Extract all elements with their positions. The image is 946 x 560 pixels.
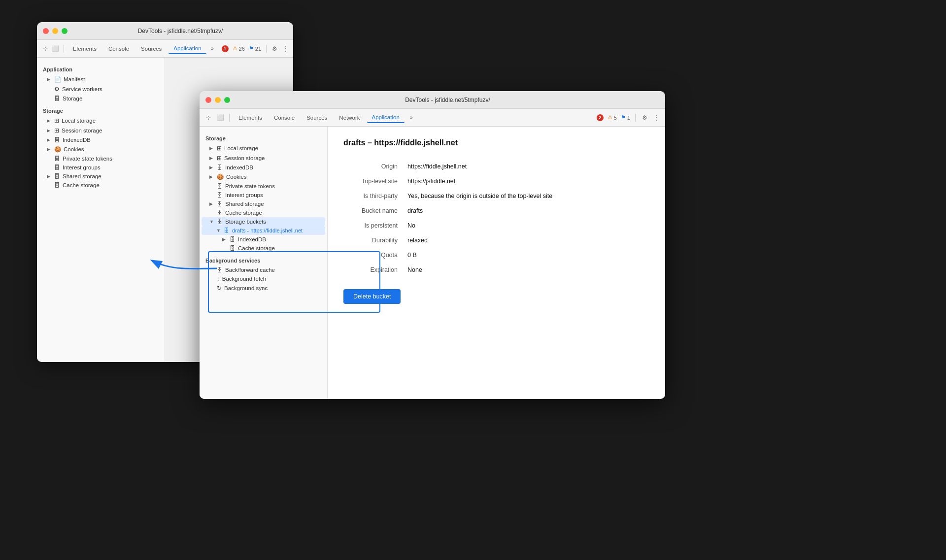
sw-label-back: Service workers — [62, 86, 102, 92]
maximize-button-back[interactable] — [62, 28, 68, 34]
sidebar-item-storage-buckets-front[interactable]: ▼ 🗄 Storage buckets — [202, 217, 325, 226]
cookie-icon-back: 🍪 — [54, 146, 61, 153]
sidebar-item-service-workers-back[interactable]: ▶ ⚙ Service workers — [39, 84, 163, 94]
sidebar-item-indexeddb-back[interactable]: ▶ 🗄 IndexedDB — [39, 135, 163, 144]
arrows-icon-front: ↕ — [217, 276, 220, 282]
db-icon-idb-back: 🗄 — [54, 137, 60, 143]
sidebar-item-shared-storage-front[interactable]: ▶ 🗄 Shared storage — [202, 199, 325, 208]
cache-storage-bucket-label-front: Cache storage — [238, 245, 275, 251]
info-value: https://fiddle.jshell.net — [407, 159, 649, 174]
private-state-label-back: Private state tokens — [63, 156, 112, 162]
sidebar-item-bgsync-front[interactable]: ▶ ↻ Background sync — [202, 283, 325, 293]
db-icon-pst-front: 🗄 — [217, 183, 223, 189]
storage-label-back: Storage — [63, 96, 82, 101]
minimize-button-back[interactable] — [52, 28, 58, 34]
devtools-window-front[interactable]: DevTools - jsfiddle.net/5tmpfuzv/ ⊹ ⬜ El… — [200, 91, 665, 399]
more-tabs-icon-back[interactable]: » — [208, 44, 217, 54]
tab-application-back[interactable]: Application — [169, 43, 206, 54]
settings-icon-front[interactable]: ⚙ — [640, 113, 649, 123]
tab-elements-front[interactable]: Elements — [234, 113, 267, 123]
device-icon-front[interactable]: ⬜ — [215, 113, 225, 123]
inspect-icon-front[interactable]: ⊹ — [203, 113, 213, 123]
toolbar-sep-2-front — [635, 114, 636, 122]
toolbar-separator-1 — [64, 45, 64, 53]
more-tabs-icon-front[interactable]: » — [406, 113, 416, 123]
tab-network-front[interactable]: Network — [334, 113, 365, 123]
sidebar-item-interest-groups-back[interactable]: ▶ 🗄 Interest groups — [39, 163, 163, 172]
grid-icon-session-back: ⊞ — [54, 127, 59, 134]
info-value: relaxed — [407, 233, 649, 248]
info-label: Is persistent — [343, 218, 407, 233]
inspect-icon[interactable]: ⊹ — [41, 44, 49, 54]
local-storage-label-back: Local storage — [62, 118, 96, 124]
info-value: drafts — [407, 203, 649, 218]
db-icon-bfc-front: 🗄 — [217, 267, 223, 273]
arrow-manifest-back: ▶ — [47, 77, 52, 82]
info-row: Is persistentNo — [343, 218, 649, 233]
device-icon[interactable]: ⬜ — [51, 44, 60, 54]
db-icon-drafts-front: 🗄 — [224, 228, 230, 233]
sidebar-item-indexeddb-bucket-front[interactable]: ▶ 🗄 IndexedDB — [202, 235, 325, 244]
sidebar-item-cookies-front[interactable]: ▶ 🍪 Cookies — [202, 172, 325, 182]
db-icon-ss-back: 🗄 — [54, 173, 60, 179]
sidebar-item-local-storage-back[interactable]: ▶ ⊞ Local storage — [39, 116, 163, 126]
bfc-label-front: Back/forward cache — [225, 267, 275, 273]
sidebar-item-cache-storage-bucket-front[interactable]: ▶ 🗄 Cache storage — [202, 244, 325, 253]
info-value: Yes, because the origin is outside of th… — [407, 189, 649, 203]
info-label: Bucket name — [343, 203, 407, 218]
panel-title-front: drafts – https://fiddle.jshell.net — [343, 138, 649, 147]
tab-sources-front[interactable]: Sources — [302, 113, 332, 123]
tab-application-front[interactable]: Application — [367, 112, 405, 123]
grid-icon-local-back: ⊞ — [54, 117, 59, 124]
info-label: Origin — [343, 159, 407, 174]
sidebar-item-shared-storage-back[interactable]: ▶ 🗄 Shared storage — [39, 172, 163, 181]
sidebar-item-cache-storage-back[interactable]: ▶ 🗄 Cache storage — [39, 181, 163, 190]
maximize-button-front[interactable] — [224, 97, 230, 103]
info-row: Bucket namedrafts — [343, 203, 649, 218]
sidebar-item-local-storage-front[interactable]: ▶ ⊞ Local storage — [202, 143, 325, 153]
sidebar-item-bfc-front[interactable]: ▶ 🗄 Back/forward cache — [202, 265, 325, 274]
sidebar-item-private-state-front[interactable]: ▶ 🗄 Private state tokens — [202, 182, 325, 191]
sidebar-item-cookies-back[interactable]: ▶ 🍪 Cookies — [39, 144, 163, 154]
sidebar-item-storage-back[interactable]: ▶ 🗄 Storage — [39, 94, 163, 103]
info-row: Top-level sitehttps://jsfiddle.net — [343, 174, 649, 189]
kebab-icon-front[interactable]: ⋮ — [651, 113, 661, 123]
info-count-front: 1 — [627, 115, 630, 121]
minimize-button-front[interactable] — [215, 97, 221, 103]
traffic-lights-front — [205, 97, 230, 103]
info-value: None — [407, 263, 649, 277]
db-icon-ig-front: 🗄 — [217, 192, 223, 198]
close-button-back[interactable] — [43, 28, 49, 34]
arrow-ss-front: ▶ — [209, 201, 214, 206]
info-icon-front: ⚑ — [621, 114, 626, 121]
sidebar-item-indexeddb-front[interactable]: ▶ 🗄 IndexedDB — [202, 163, 325, 172]
info-label: Durability — [343, 233, 407, 248]
error-icon-back: 1 — [222, 45, 229, 52]
kebab-icon-back[interactable]: ⋮ — [281, 44, 289, 54]
sidebar-item-session-storage-front[interactable]: ▶ ⊞ Session storage — [202, 153, 325, 163]
close-button-front[interactable] — [205, 97, 211, 103]
right-panel-front: drafts – https://fiddle.jshell.net Origi… — [328, 127, 665, 399]
local-storage-label-front: Local storage — [224, 145, 258, 151]
sidebar-item-private-state-back[interactable]: ▶ 🗄 Private state tokens — [39, 154, 163, 163]
tab-sources-back[interactable]: Sources — [136, 44, 167, 54]
arrow-ss-back: ▶ — [47, 174, 52, 179]
tab-console-back[interactable]: Console — [103, 44, 134, 54]
arrow-cookies-back: ▶ — [47, 147, 52, 152]
sidebar-item-drafts-front[interactable]: ▼ 🗄 drafts - https://fiddle.jshell.net — [202, 226, 325, 235]
tab-console-front[interactable]: Console — [269, 113, 300, 123]
info-value: No — [407, 218, 649, 233]
tab-elements-back[interactable]: Elements — [68, 44, 101, 54]
settings-icon-back[interactable]: ⚙ — [270, 44, 279, 54]
toolbar-sep-1-front — [229, 114, 230, 122]
sidebar-item-bgfetch-front[interactable]: ▶ ↕ Background fetch — [202, 274, 325, 283]
sidebar-item-interest-groups-front[interactable]: ▶ 🗄 Interest groups — [202, 191, 325, 199]
doc-icon-back: 📄 — [54, 76, 61, 83]
sidebar-item-manifest-back[interactable]: ▶ 📄 Manifest — [39, 74, 163, 84]
db-icon-cs-bucket-front: 🗄 — [230, 245, 236, 251]
sidebar-item-cache-storage-front[interactable]: ▶ 🗄 Cache storage — [202, 208, 325, 217]
delete-bucket-button[interactable]: Delete bucket — [343, 289, 401, 304]
bgsync-label-front: Background sync — [224, 285, 268, 291]
sidebar-item-session-storage-back[interactable]: ▶ ⊞ Session storage — [39, 126, 163, 135]
info-row: Is third-partyYes, because the origin is… — [343, 189, 649, 203]
